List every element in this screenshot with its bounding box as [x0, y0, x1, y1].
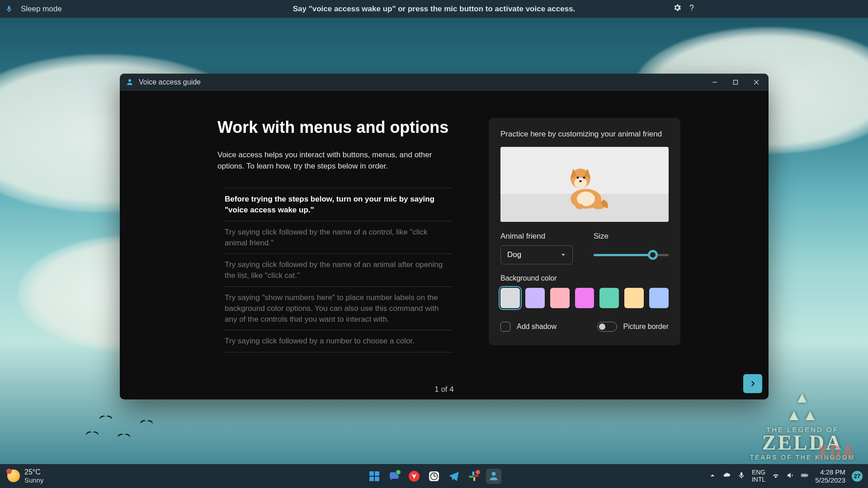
- svg-rect-17: [375, 477, 379, 481]
- animal-friend-label: Animal friend: [500, 232, 576, 241]
- background-color-label: Background color: [500, 274, 557, 282]
- bird-decoration: [99, 416, 112, 422]
- toggle-switch[interactable]: [597, 322, 617, 332]
- select-value: Dog: [507, 250, 521, 259]
- watermark: XDA: [817, 442, 855, 463]
- taskbar-clock-icon[interactable]: [426, 469, 442, 484]
- chevron-down-icon: [561, 252, 566, 258]
- tray-notifications[interactable]: 27: [852, 471, 863, 482]
- step-item: Try saying click followed by the name of…: [224, 221, 453, 254]
- svg-rect-26: [473, 477, 475, 481]
- settings-icon[interactable]: [673, 3, 682, 14]
- dog-icon: [560, 156, 609, 210]
- svg-rect-31: [802, 475, 807, 476]
- step-item: Before trying the steps below, turn on y…: [224, 188, 453, 221]
- taskbar-telegram-icon[interactable]: [446, 469, 462, 484]
- checkbox-box[interactable]: [500, 322, 510, 332]
- taskbar-slack-icon[interactable]: [466, 469, 481, 484]
- practice-card: Practice here by customizing your animal…: [489, 118, 680, 345]
- svg-point-11: [583, 177, 585, 179]
- svg-rect-25: [469, 475, 473, 477]
- window-title: Voice access guide: [139, 78, 201, 86]
- svg-rect-14: [369, 471, 374, 476]
- titlebar: Voice access guide: [120, 74, 769, 91]
- step-item: Try saying click followed by a number to…: [224, 330, 453, 352]
- help-icon[interactable]: [687, 3, 696, 14]
- size-slider[interactable]: [594, 245, 669, 264]
- color-swatch[interactable]: [550, 288, 570, 308]
- taskbar-chat-icon[interactable]: [387, 469, 402, 484]
- svg-point-0: [128, 79, 131, 82]
- tray-language[interactable]: ENG INTL: [752, 469, 765, 483]
- voice-hint: Say "voice access wake up" or press the …: [293, 5, 576, 14]
- step-item: Try saying click followed by the name of…: [224, 254, 453, 287]
- size-label: Size: [594, 232, 669, 241]
- practice-title: Practice here by customizing your animal…: [500, 130, 669, 139]
- color-swatches: [500, 288, 669, 308]
- svg-rect-24: [472, 471, 474, 476]
- tray-volume-icon[interactable]: [786, 471, 794, 481]
- svg-point-12: [579, 180, 582, 182]
- chevron-right-icon: [749, 380, 757, 388]
- animal-preview: [500, 147, 669, 222]
- minimize-button[interactable]: [704, 74, 725, 91]
- voice-access-guide-window: Voice access guide Work with menus and o…: [120, 74, 769, 399]
- intro-text: Voice access helps you interact with but…: [217, 150, 448, 172]
- bird-decoration: [140, 420, 153, 427]
- weather-cond: Sunny: [24, 476, 44, 484]
- color-swatch[interactable]: [500, 288, 520, 308]
- svg-rect-30: [807, 475, 808, 476]
- weather-temp: 25°C: [24, 468, 44, 476]
- checkbox-label: Add shadow: [517, 323, 557, 331]
- steps-list: Before trying the steps below, turn on y…: [224, 188, 453, 352]
- color-swatch[interactable]: [649, 288, 669, 308]
- color-swatch[interactable]: [624, 288, 644, 308]
- slider-thumb[interactable]: [648, 250, 658, 260]
- svg-point-13: [576, 204, 584, 209]
- mic-button[interactable]: [0, 0, 18, 18]
- badge-dot: [475, 469, 481, 475]
- animal-friend-select[interactable]: Dog: [500, 245, 573, 264]
- tray-onedrive-icon[interactable]: [723, 471, 731, 481]
- taskbar-vivaldi-icon[interactable]: [406, 469, 422, 484]
- weather-icon: [7, 469, 20, 482]
- bird-decoration: [86, 432, 99, 438]
- tray-mic-icon[interactable]: [737, 471, 745, 481]
- color-swatch[interactable]: [599, 288, 619, 308]
- step-item: Try saying "show numbers here" to place …: [224, 287, 453, 330]
- taskbar: 25°C Sunny ENG: [0, 464, 868, 488]
- svg-rect-16: [369, 477, 374, 481]
- voice-access-bar: Sleep mode Say "voice access wake up" or…: [0, 0, 868, 18]
- tray-clock[interactable]: 4:28 PM 5/25/2023: [815, 468, 845, 484]
- pager-label: 1 of 4: [434, 385, 454, 394]
- color-swatch[interactable]: [575, 288, 594, 308]
- picture-border-toggle[interactable]: Picture border: [597, 322, 669, 332]
- page-heading: Work with menus and options: [217, 118, 453, 137]
- tray-wifi-icon[interactable]: [772, 471, 780, 481]
- tray-battery-icon[interactable]: [801, 471, 809, 481]
- voice-mode-label: Sleep mode: [21, 5, 62, 14]
- tray-chevron-up-icon[interactable]: [708, 471, 717, 481]
- svg-point-8: [574, 178, 587, 188]
- svg-point-10: [577, 177, 579, 179]
- color-swatch[interactable]: [525, 288, 545, 308]
- svg-rect-15: [375, 471, 379, 476]
- close-button[interactable]: [746, 74, 767, 91]
- svg-point-28: [492, 472, 496, 476]
- badge-dot: [396, 469, 401, 475]
- bird-decoration: [118, 434, 130, 440]
- weather-widget[interactable]: 25°C Sunny: [0, 468, 44, 484]
- taskbar-voice-access-icon[interactable]: [486, 469, 501, 484]
- start-button[interactable]: [367, 469, 382, 484]
- app-icon: [125, 78, 134, 87]
- svg-rect-27: [474, 474, 479, 476]
- add-shadow-checkbox[interactable]: Add shadow: [500, 322, 557, 332]
- toggle-label: Picture border: [623, 323, 669, 331]
- maximize-button[interactable]: [725, 74, 746, 91]
- svg-rect-2: [734, 80, 738, 84]
